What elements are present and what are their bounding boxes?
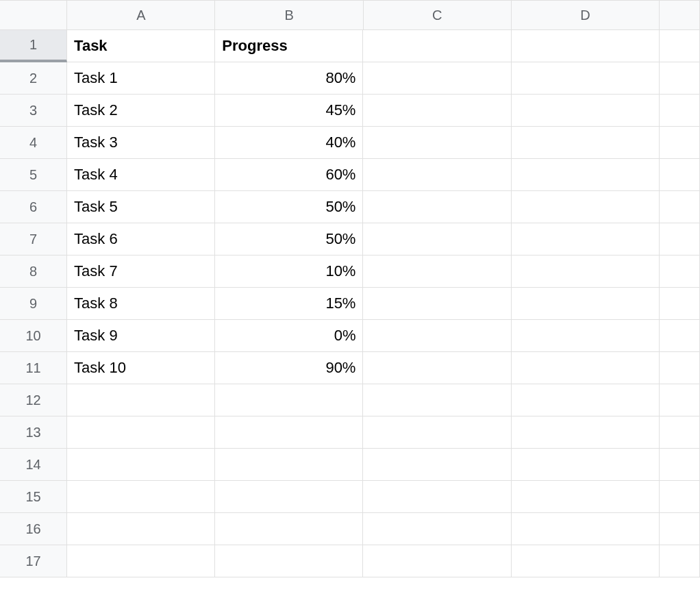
cell-C8[interactable] [363,256,511,288]
cell-B16[interactable] [215,513,363,545]
row-header-2[interactable]: 2 [0,62,67,95]
cell-C9[interactable] [363,288,511,320]
cell-A7[interactable]: Task 6 [67,223,215,256]
cell-A10[interactable]: Task 9 [67,320,215,352]
cell-E3[interactable] [660,95,700,127]
cell-C15[interactable] [363,481,511,513]
cell-E16[interactable] [660,513,700,545]
cell-E7[interactable] [660,223,700,256]
cell-D1[interactable] [512,30,660,62]
cell-B17[interactable] [215,545,363,577]
cell-B2[interactable]: 80% [215,62,363,95]
row-header-17[interactable]: 17 [0,545,67,577]
cell-C16[interactable] [363,513,511,545]
cell-B12[interactable] [215,384,363,416]
cell-B11[interactable]: 90% [215,352,363,384]
cell-B5[interactable]: 60% [215,159,363,191]
spreadsheet-grid[interactable]: A B C D 1TaskProgress2Task 180%3Task 245… [0,0,700,598]
cell-E9[interactable] [660,288,700,320]
row-header-11[interactable]: 11 [0,352,67,384]
cell-E15[interactable] [660,481,700,513]
row-header-1[interactable]: 1 [0,30,67,62]
cell-B14[interactable] [215,449,363,481]
cell-E5[interactable] [660,159,700,191]
cell-D3[interactable] [512,95,660,127]
cell-A13[interactable] [67,416,215,449]
cell-D9[interactable] [512,288,660,320]
cell-E10[interactable] [660,320,700,352]
cell-D6[interactable] [512,191,660,223]
cell-A5[interactable]: Task 4 [67,159,215,191]
cell-D11[interactable] [512,352,660,384]
row-header-8[interactable]: 8 [0,256,67,288]
cell-C4[interactable] [363,127,511,159]
cell-C7[interactable] [363,223,511,256]
cell-E8[interactable] [660,256,700,288]
cell-A17[interactable] [67,545,215,577]
cell-D4[interactable] [512,127,660,159]
cell-D17[interactable] [512,545,660,577]
cell-D13[interactable] [512,416,660,449]
cell-E6[interactable] [660,191,700,223]
cell-C10[interactable] [363,320,511,352]
col-header-B[interactable]: B [215,0,363,30]
cell-B7[interactable]: 50% [215,223,363,256]
cell-D10[interactable] [512,320,660,352]
row-header-3[interactable]: 3 [0,95,67,127]
cell-A11[interactable]: Task 10 [67,352,215,384]
row-header-16[interactable]: 16 [0,513,67,545]
col-header-A[interactable]: A [67,0,215,30]
col-header-C[interactable]: C [364,0,512,30]
cell-E17[interactable] [660,545,700,577]
cell-C3[interactable] [363,95,511,127]
row-header-12[interactable]: 12 [0,384,67,416]
cell-B6[interactable]: 50% [215,191,363,223]
cell-E11[interactable] [660,352,700,384]
cell-E2[interactable] [660,62,700,95]
cell-C13[interactable] [363,416,511,449]
row-header-14[interactable]: 14 [0,449,67,481]
cell-B15[interactable] [215,481,363,513]
cell-A6[interactable]: Task 5 [67,191,215,223]
cell-D15[interactable] [512,481,660,513]
cell-B10[interactable]: 0% [215,320,363,352]
col-header-E[interactable] [660,0,700,30]
cell-D5[interactable] [512,159,660,191]
cell-C17[interactable] [363,545,511,577]
cell-B13[interactable] [215,416,363,449]
cell-A14[interactable] [67,449,215,481]
cell-B1[interactable]: Progress [215,30,363,62]
cell-A16[interactable] [67,513,215,545]
cell-C5[interactable] [363,159,511,191]
row-header-4[interactable]: 4 [0,127,67,159]
cell-D14[interactable] [512,449,660,481]
cell-B8[interactable]: 10% [215,256,363,288]
cell-A9[interactable]: Task 8 [67,288,215,320]
select-all-corner[interactable] [0,0,67,30]
cell-C12[interactable] [363,384,511,416]
row-header-5[interactable]: 5 [0,159,67,191]
cell-A15[interactable] [67,481,215,513]
cell-C1[interactable] [363,30,511,62]
cell-A1[interactable]: Task [67,30,215,62]
cell-A8[interactable]: Task 7 [67,256,215,288]
cell-C14[interactable] [363,449,511,481]
cell-E1[interactable] [660,30,700,62]
cell-D12[interactable] [512,384,660,416]
cell-A2[interactable]: Task 1 [67,62,215,95]
cell-A12[interactable] [67,384,215,416]
cell-B3[interactable]: 45% [215,95,363,127]
row-header-6[interactable]: 6 [0,191,67,223]
cell-B4[interactable]: 40% [215,127,363,159]
row-header-7[interactable]: 7 [0,223,67,256]
cell-D7[interactable] [512,223,660,256]
row-header-10[interactable]: 10 [0,320,67,352]
cell-E14[interactable] [660,449,700,481]
cell-A3[interactable]: Task 2 [67,95,215,127]
cell-E4[interactable] [660,127,700,159]
cell-C11[interactable] [363,352,511,384]
cell-D2[interactable] [512,62,660,95]
cell-D8[interactable] [512,256,660,288]
row-header-13[interactable]: 13 [0,416,67,449]
cell-E13[interactable] [660,416,700,449]
